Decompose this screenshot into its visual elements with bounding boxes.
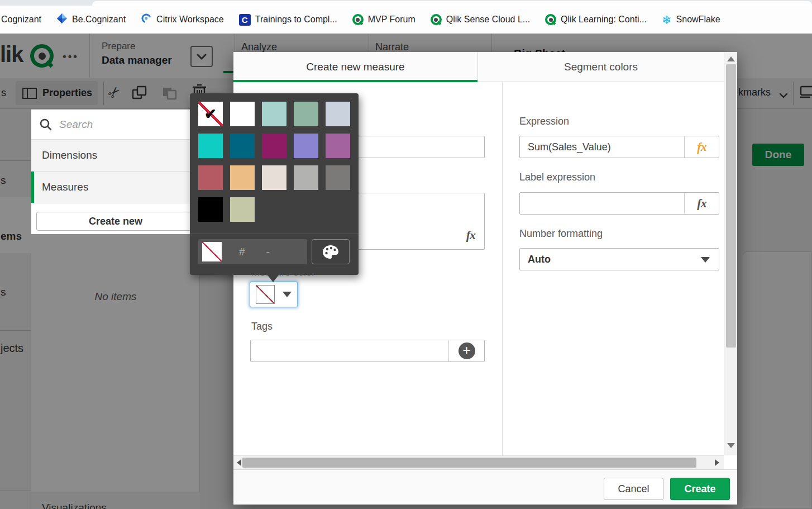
bookmark-label: Be.Cognizant: [72, 15, 126, 25]
scroll-down-arrow[interactable]: [727, 443, 735, 448]
open-expression-editor-button[interactable]: fx: [684, 193, 719, 214]
popup-caret: [267, 274, 279, 282]
bookmark-cognizant[interactable]: Cognizant: [1, 15, 41, 25]
horizontal-scrollbar[interactable]: [233, 455, 724, 469]
color-swatch-grid: [198, 102, 350, 222]
open-expression-editor-button[interactable]: fx: [684, 136, 719, 158]
create-button[interactable]: Create: [670, 478, 730, 500]
gem-icon: [56, 13, 68, 26]
number-formatting-value: Auto: [520, 249, 719, 270]
bookmark-label: Qlik Learning: Conti...: [561, 15, 647, 25]
color-swatch[interactable]: [294, 102, 318, 126]
chevron-down-icon: [701, 257, 710, 263]
bookmark-label: Citrix Workspace: [156, 15, 224, 25]
browser-tabstrip: [0, 0, 812, 6]
bookmark-qlik-sense-cloud[interactable]: Qlik Sense Cloud L...: [431, 14, 530, 25]
fx-expression-icon: fx: [697, 196, 706, 211]
tab-segment-colors[interactable]: Segment colors: [478, 52, 724, 82]
fx-expression-icon: fx: [697, 140, 706, 154]
qlik-icon: [431, 14, 442, 25]
create-new-row: Create new: [31, 203, 200, 234]
number-formatting-label: Number formatting: [519, 228, 603, 240]
bookmark-be-cognizant[interactable]: Be.Cognizant: [56, 13, 126, 26]
tab-create-new-measure[interactable]: Create new measure: [233, 52, 477, 82]
letter-c-icon: C: [239, 14, 251, 26]
color-swatch[interactable]: [230, 165, 255, 190]
section-measures[interactable]: Measures: [31, 172, 200, 203]
search-icon: [39, 118, 52, 131]
hex-color-input[interactable]: # -: [198, 239, 307, 264]
screen: Cognizant Be.Cognizant Citrix Workspace …: [0, 0, 812, 509]
dialog-tabs: Create new measure Segment colors: [233, 52, 724, 82]
search-input[interactable]: [59, 118, 182, 131]
color-swatch[interactable]: [198, 197, 223, 222]
number-formatting-select[interactable]: Auto: [519, 248, 719, 270]
color-picker-popup: # -: [190, 93, 359, 275]
qlik-icon: [352, 14, 364, 25]
scroll-left-arrow[interactable]: [237, 459, 241, 466]
qlik-icon: [545, 14, 556, 25]
search-row: [31, 110, 200, 140]
selected-indicator: [31, 172, 34, 203]
custom-color-button[interactable]: [312, 239, 350, 264]
browser-active-tab: [92, 1, 812, 6]
cancel-button[interactable]: Cancel: [604, 478, 663, 500]
color-swatch[interactable]: [262, 102, 286, 126]
create-new-button[interactable]: Create new: [36, 212, 195, 231]
bookmark-trainings[interactable]: C Trainings to Compl...: [239, 14, 337, 26]
section-label: Measures: [31, 181, 88, 193]
label-expression-input[interactable]: fx: [519, 192, 719, 215]
bookmark-mvp-forum[interactable]: MVP Forum: [352, 14, 415, 25]
divider: [190, 234, 359, 234]
color-swatch[interactable]: [198, 165, 223, 190]
bookmarks-bar: Cognizant Be.Cognizant Citrix Workspace …: [0, 6, 812, 34]
bookmark-label: Trainings to Compl...: [255, 15, 337, 25]
bookmark-label: Qlik Sense Cloud L...: [446, 15, 530, 25]
scroll-right-arrow[interactable]: [715, 459, 719, 466]
color-swatch[interactable]: [230, 102, 255, 126]
section-label: Dimensions: [31, 149, 97, 161]
add-tag-button[interactable]: +: [448, 340, 484, 361]
tags-label: Tags: [251, 321, 273, 332]
bookmark-label: MVP Forum: [368, 15, 415, 25]
color-swatch[interactable]: [262, 165, 286, 190]
selected-color-swatch: [256, 285, 275, 304]
horizontal-scrollbar-thumb[interactable]: [242, 458, 696, 468]
bookmark-qlik-learning[interactable]: Qlik Learning: Conti...: [545, 14, 647, 25]
vertical-scrollbar-thumb[interactable]: [726, 64, 736, 348]
plus-icon: +: [458, 342, 475, 359]
label-expression-label: Label expression: [519, 172, 595, 183]
color-swatch[interactable]: [198, 134, 223, 158]
color-swatch[interactable]: [294, 134, 318, 158]
color-swatch[interactable]: [262, 134, 286, 158]
scroll-up-arrow[interactable]: [727, 56, 735, 61]
bookmark-label: SnowFlake: [676, 15, 720, 25]
color-swatch[interactable]: [326, 102, 350, 126]
palette-icon: [322, 245, 339, 259]
vertical-scrollbar[interactable]: [724, 52, 737, 455]
expression-input[interactable]: Sum(Sales_Value) fx: [519, 136, 719, 158]
snowflake-icon: ❄: [662, 14, 672, 26]
color-swatch[interactable]: [230, 134, 255, 158]
section-dimensions[interactable]: Dimensions: [31, 140, 200, 172]
color-swatch[interactable]: [326, 134, 350, 158]
measure-color-dropdown[interactable]: [250, 282, 298, 307]
expression-label: Expression: [519, 116, 569, 127]
fx-expression-icon[interactable]: fx: [466, 228, 475, 242]
color-swatch[interactable]: [294, 165, 318, 190]
chevron-down-icon: [283, 292, 292, 297]
dialog-footer: Cancel Create: [233, 469, 737, 505]
bookmark-snowflake[interactable]: ❄ SnowFlake: [662, 14, 720, 26]
none-color-swatch: [202, 242, 222, 261]
swirl-icon: [141, 13, 152, 26]
hex-value: -: [266, 246, 270, 258]
hex-prefix: #: [239, 246, 245, 258]
tags-input[interactable]: +: [250, 340, 485, 362]
color-swatch[interactable]: [326, 165, 350, 190]
bookmark-citrix-workspace[interactable]: Citrix Workspace: [141, 13, 224, 26]
color-swatch[interactable]: [230, 197, 255, 222]
color-swatch[interactable]: [198, 102, 223, 126]
bookmark-label: Cognizant: [1, 15, 41, 25]
column-divider: [502, 82, 503, 455]
assets-popover: Dimensions Measures Create new: [31, 110, 200, 234]
